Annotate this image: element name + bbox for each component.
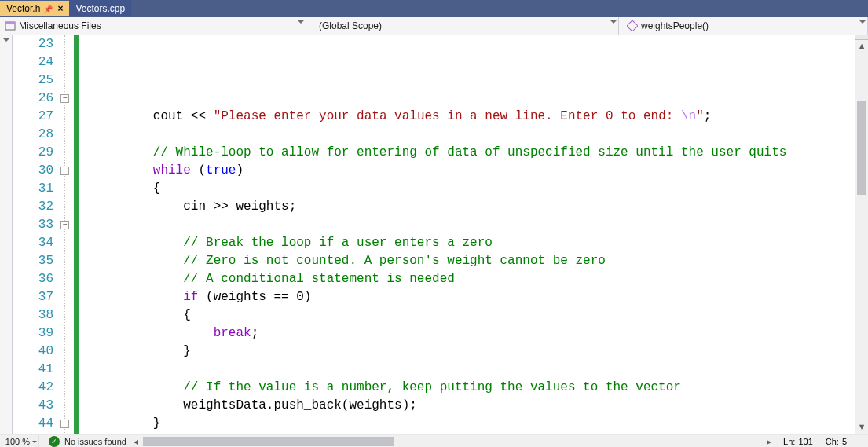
svg-rect-2 <box>627 20 638 31</box>
line-number: 34 <box>13 234 53 252</box>
caret-position: Ln: 101 Ch: 5 <box>775 435 855 447</box>
line-number: 40 <box>13 343 53 361</box>
code-line[interactable] <box>93 361 868 379</box>
editor-area: 2324252627282930313233343536373839404142… <box>0 35 868 434</box>
line-number: 36 <box>13 270 53 288</box>
code-line[interactable]: // Zero is not counted. A person's weigh… <box>93 252 868 270</box>
check-icon: ✓ <box>49 436 60 447</box>
line-number: 42 <box>13 379 53 397</box>
code-line[interactable]: // While-loop to allow for entering of d… <box>93 144 868 162</box>
code-line[interactable]: cout << "Please enter your data values i… <box>93 108 868 126</box>
scroll-up-arrow[interactable]: ▴ <box>855 40 868 53</box>
indent-guide <box>123 35 123 434</box>
editor-view-dropdown[interactable] <box>0 35 13 434</box>
fold-gutter: −−−− <box>60 35 74 434</box>
indent-guide <box>93 35 93 434</box>
scroll-left-arrow[interactable]: ◂ <box>130 435 143 447</box>
line-number: 39 <box>13 324 53 343</box>
code-line[interactable]: // Break the loop if a user enters a zer… <box>93 234 868 252</box>
scroll-down-arrow[interactable]: ▾ <box>855 421 868 434</box>
scope-dropdown[interactable]: (Global Scope) <box>309 17 619 35</box>
scroll-track[interactable] <box>855 53 868 421</box>
scroll-thumb[interactable] <box>857 101 866 195</box>
tab-vectors-cpp[interactable]: Vectors.cpp <box>69 0 131 16</box>
function-dropdown[interactable]: weightsPeople() <box>622 17 868 35</box>
code-line[interactable]: // A conditional statement is needed <box>93 270 868 288</box>
svg-rect-1 <box>5 22 15 24</box>
vertical-scrollbar[interactable]: ▴ ▾ <box>855 35 868 434</box>
code-text[interactable]: cout << "Please enter your data values i… <box>79 35 868 434</box>
tab-label: Vectors.cpp <box>75 3 125 14</box>
function-name: weightsPeople() <box>641 20 709 31</box>
fold-toggle[interactable]: − <box>60 94 69 103</box>
line-label: Ln: <box>783 437 795 446</box>
code-line[interactable]: // If the value is a number, keep puttin… <box>93 379 868 397</box>
line-number: 35 <box>13 252 53 270</box>
line-number: 31 <box>13 180 53 198</box>
line-number: 28 <box>13 126 53 144</box>
line-number: 25 <box>13 71 53 90</box>
code-line[interactable]: if (weights == 0) <box>93 288 868 306</box>
code-line[interactable] <box>93 216 868 234</box>
line-number: 24 <box>13 53 53 71</box>
issues-text: No issues found <box>64 437 126 446</box>
line-number: 38 <box>13 306 53 324</box>
line-number: 101 <box>798 437 812 446</box>
code-line[interactable]: weightsData.push_back(weights); <box>93 397 868 415</box>
code-line[interactable]: cin >> weights; <box>93 198 868 216</box>
project-name: Miscellaneous Files <box>19 20 101 31</box>
chevron-down-icon <box>859 20 866 24</box>
issues-status[interactable]: ✓ No issues found <box>46 435 130 447</box>
line-number: 43 <box>13 397 53 415</box>
tab-label: Vector.h <box>6 3 40 14</box>
chevron-down-icon <box>610 20 617 24</box>
chevron-down-icon <box>3 38 9 42</box>
line-number: 26 <box>13 90 53 108</box>
line-number: 41 <box>13 361 53 379</box>
line-number: 27 <box>13 108 53 126</box>
scroll-thumb[interactable] <box>143 437 394 446</box>
line-number: 44 <box>13 415 53 433</box>
code-line[interactable]: while (true) <box>93 162 868 180</box>
navigation-bar: Miscellaneous Files (Global Scope) weigh… <box>0 17 868 35</box>
horizontal-scroll-row: 100 % ✓ No issues found ◂ ▸ Ln: 101 Ch: … <box>0 434 868 447</box>
line-number: 37 <box>13 288 53 306</box>
code-line[interactable] <box>93 433 868 434</box>
zoom-value: 100 % <box>5 437 30 446</box>
close-icon[interactable]: × <box>57 3 63 14</box>
code-line[interactable]: break; <box>93 324 868 343</box>
project-icon <box>5 20 16 31</box>
status-spacer <box>39 435 46 447</box>
line-number: 33 <box>13 216 53 234</box>
zoom-dropdown[interactable]: 100 % <box>0 435 39 447</box>
scroll-track[interactable] <box>143 435 762 447</box>
code-line[interactable] <box>93 126 868 144</box>
scope-name: (Global Scope) <box>314 20 382 31</box>
line-number: 23 <box>13 35 53 53</box>
method-icon <box>627 20 638 31</box>
code-editor[interactable]: 2324252627282930313233343536373839404142… <box>13 35 868 434</box>
fold-toggle[interactable]: − <box>60 221 69 229</box>
col-label: Ch: <box>826 437 839 446</box>
fold-toggle[interactable]: − <box>60 167 69 175</box>
col-number: 5 <box>842 437 847 446</box>
scroll-right-arrow[interactable]: ▸ <box>762 435 775 447</box>
line-number-gutter: 2324252627282930313233343536373839404142… <box>13 35 60 434</box>
chevron-down-icon <box>32 441 37 443</box>
pin-icon[interactable]: 📌 <box>43 5 53 13</box>
line-number: 32 <box>13 198 53 216</box>
project-dropdown[interactable]: Miscellaneous Files <box>0 17 306 35</box>
chevron-down-icon <box>298 20 304 24</box>
code-line[interactable]: } <box>93 343 868 361</box>
tab-vector-h[interactable]: Vector.h 📌 × <box>0 0 69 16</box>
horizontal-scrollbar[interactable]: ◂ ▸ <box>130 435 775 447</box>
line-number: 30 <box>13 162 53 180</box>
scroll-corner <box>855 435 868 447</box>
fold-toggle[interactable]: − <box>60 420 69 428</box>
code-line[interactable]: { <box>93 180 868 198</box>
tab-bar: Vector.h 📌 × Vectors.cpp <box>0 0 868 17</box>
code-line[interactable]: { <box>93 306 868 324</box>
code-line[interactable]: } <box>93 415 868 433</box>
line-number: 29 <box>13 144 53 162</box>
